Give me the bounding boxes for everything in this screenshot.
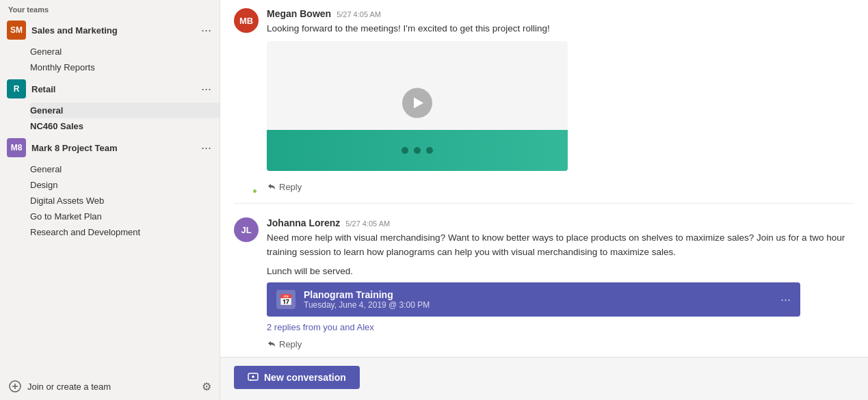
new-conversation-button[interactable]: New conversation: [234, 366, 360, 389]
team-avatar-sales: SM: [7, 21, 26, 40]
team-more-retail[interactable]: ···: [198, 83, 214, 95]
avatar-wrap-johanna: JL: [234, 217, 259, 352]
event-title: Planogram Training: [304, 289, 772, 300]
msg-text-megan: Looking forward to the meetings! I'm exc…: [267, 22, 854, 36]
event-more-btn[interactable]: ···: [780, 293, 791, 307]
msg-author-johanna: Johanna Lorenz: [267, 217, 340, 228]
event-calendar-icon: 📅: [276, 290, 295, 309]
video-dots: [402, 147, 433, 154]
channel-general-mark8[interactable]: General: [30, 161, 220, 177]
channel-nc460-sales[interactable]: NC460 Sales: [30, 118, 220, 134]
add-team-icon: [8, 379, 22, 393]
msg-body-johanna: Johanna Lorenz 5/27 4:05 AM Need more he…: [267, 217, 854, 352]
channel-general-retail[interactable]: General: [30, 103, 220, 118]
msg-author-megan: Megan Bowen: [267, 8, 331, 19]
video-dot-3: [426, 147, 433, 154]
msg-text-johanna: Need more help with visual merchandising…: [267, 231, 854, 259]
event-time: Tuesday, June 4, 2019 @ 3:00 PM: [304, 300, 772, 310]
replies-link[interactable]: 2 replies from you and Alex: [267, 321, 374, 334]
message-johanna: JL Johanna Lorenz 5/27 4:05 AM Need more…: [234, 209, 854, 355]
msg-header-johanna: Johanna Lorenz 5/27 4:05 AM: [267, 217, 854, 228]
chat-scroll[interactable]: MB Megan Bowen 5/27 4:05 AM Looking forw…: [220, 0, 868, 357]
channel-design[interactable]: Design: [30, 177, 220, 193]
channel-list-mark8: General Design Digital Assets Web Go to …: [0, 161, 220, 240]
video-placeholder[interactable]: [267, 41, 568, 171]
message-megan: MB Megan Bowen 5/27 4:05 AM Looking forw…: [234, 0, 854, 198]
channel-list-retail: General NC460 Sales: [0, 103, 220, 134]
channel-go-to-market[interactable]: Go to Market Plan: [30, 209, 220, 224]
reply-btn-johanna[interactable]: Reply: [267, 336, 307, 352]
reply-icon-megan: [267, 183, 276, 192]
video-dot-1: [402, 147, 408, 154]
reply-btn-megan[interactable]: Reply: [267, 179, 307, 195]
msg-time-johanna: 5/27 4:05 AM: [345, 219, 390, 228]
play-button[interactable]: [402, 88, 432, 118]
new-conversation-label: New conversation: [264, 372, 346, 383]
video-bottom-bar: [267, 130, 568, 171]
team-name-retail: Retail: [31, 84, 198, 94]
team-retail[interactable]: R Retail ···: [0, 75, 220, 103]
channel-general-sales[interactable]: General: [30, 44, 220, 59]
msg-body-megan: Megan Bowen 5/27 4:05 AM Looking forward…: [267, 8, 854, 195]
video-dot-2: [414, 147, 421, 154]
avatar-johanna: JL: [234, 217, 259, 242]
team-mark8[interactable]: M8 Mark 8 Project Team ···: [0, 134, 220, 161]
team-more-mark8[interactable]: ···: [198, 142, 214, 154]
join-create-label: Join or create a team: [27, 382, 196, 392]
channel-research-dev[interactable]: Research and Development: [30, 224, 220, 240]
sidebar: Your teams SM Sales and Marketing ··· Ge…: [0, 0, 220, 400]
avatar-wrap-megan: MB: [234, 8, 259, 195]
settings-icon[interactable]: ⚙: [202, 380, 211, 393]
your-teams-label: Your teams: [0, 0, 220, 16]
team-name-sales: Sales and Marketing: [31, 25, 198, 36]
channel-monthly-reports[interactable]: Monthly Reports: [30, 59, 220, 75]
divider-1: [234, 203, 854, 204]
team-sales-marketing[interactable]: SM Sales and Marketing ···: [0, 16, 220, 44]
team-avatar-mark8: M8: [7, 138, 26, 157]
main-chat: MB Megan Bowen 5/27 4:05 AM Looking forw…: [220, 0, 868, 400]
team-avatar-retail: R: [7, 79, 26, 98]
join-create-team[interactable]: Join or create a team ⚙: [0, 373, 220, 400]
msg-time-megan: 5/27 4:05 AM: [337, 10, 381, 18]
channel-digital-assets[interactable]: Digital Assets Web: [30, 193, 220, 209]
channel-list-sales: General Monthly Reports: [0, 44, 220, 75]
reply-icon-johanna: [267, 340, 276, 349]
new-conv-icon: [248, 372, 259, 383]
bottom-bar: New conversation: [220, 357, 868, 400]
reply-label-megan: Reply: [279, 182, 302, 192]
team-more-sales[interactable]: ···: [198, 24, 214, 36]
msg-header-megan: Megan Bowen 5/27 4:05 AM: [267, 8, 854, 19]
avatar-megan: MB: [234, 8, 259, 33]
reply-label-johanna: Reply: [279, 339, 302, 349]
event-info: Planogram Training Tuesday, June 4, 2019…: [304, 289, 772, 310]
msg-lunch-line: Lunch will be served.: [267, 265, 854, 278]
event-card-planogram[interactable]: 📅 Planogram Training Tuesday, June 4, 20…: [267, 282, 800, 317]
online-indicator-megan: [252, 188, 258, 194]
team-name-mark8: Mark 8 Project Team: [31, 143, 198, 153]
